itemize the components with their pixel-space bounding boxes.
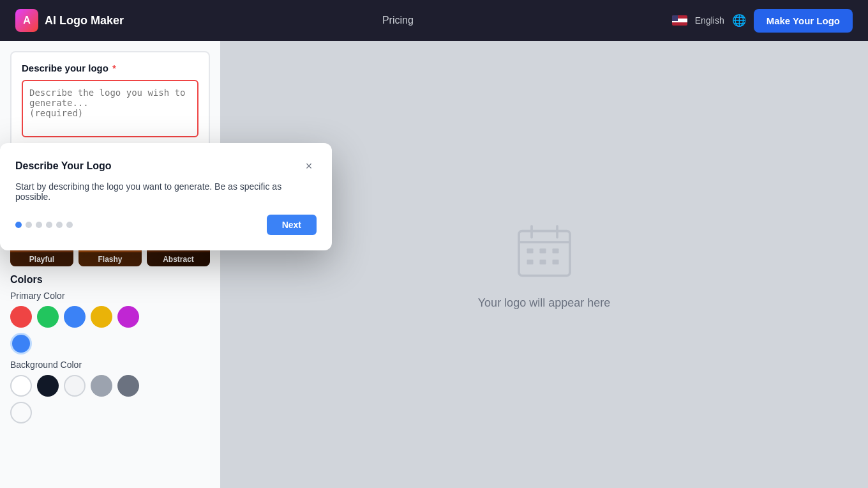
swatch-bg-gray[interactable] [91, 375, 112, 397]
dot-2 [26, 222, 32, 228]
dot-6 [66, 222, 73, 228]
main-layout: Describe your logo * Maui Minimal Maui T… [0, 41, 868, 488]
describe-card: Describe your logo * [10, 51, 210, 151]
swatch-bg-white[interactable] [10, 375, 32, 397]
describe-logo-modal: Describe Your Logo × Start by describing… [0, 143, 332, 250]
describe-textarea[interactable] [22, 80, 198, 137]
background-color-label: Background Color [10, 360, 210, 370]
modal-footer: Next [15, 215, 317, 235]
pricing-link[interactable]: Pricing [382, 15, 414, 26]
colors-section-title: Colors [10, 274, 210, 286]
calendar-icon [513, 220, 576, 284]
left-panel: Describe your logo * Maui Minimal Maui T… [0, 41, 220, 488]
dot-3 [36, 222, 42, 228]
primary-color-swatches [10, 306, 210, 328]
swatch-bg-dark-gray[interactable] [117, 375, 139, 397]
swatch-bg-light-gray[interactable] [64, 375, 86, 397]
dot-4 [46, 222, 52, 228]
modal-description: Start by describing the logo you want to… [15, 181, 317, 202]
swatch-blue[interactable] [64, 306, 86, 328]
swatch-yellow[interactable] [91, 306, 112, 328]
swatch-purple[interactable] [117, 306, 139, 328]
background-color-swatches [10, 375, 210, 397]
make-logo-button[interactable]: Make Your Logo [754, 9, 853, 33]
swatch-bg-light-white[interactable] [10, 402, 32, 423]
style-playful-label: Playful [10, 252, 73, 266]
modal-title: Describe Your Logo [15, 160, 112, 172]
language-label: English [695, 15, 724, 26]
svg-rect-8 [539, 259, 546, 264]
modal-progress-dots [15, 222, 73, 228]
style-flashy-label: Flashy [79, 252, 142, 266]
primary-color-swatches-row2 [10, 333, 210, 355]
swatch-green[interactable] [37, 306, 59, 328]
logo-placeholder-text: Your logo will appear here [478, 296, 610, 310]
header: A AI Logo Maker Pricing English 🌐 Make Y… [0, 0, 868, 41]
swatch-red[interactable] [10, 306, 32, 328]
next-button[interactable]: Next [267, 215, 317, 235]
calendar-icon-container [513, 220, 576, 286]
primary-color-label: Primary Color [10, 291, 210, 301]
dot-5 [56, 222, 63, 228]
svg-rect-9 [552, 259, 558, 264]
swatch-selected-blue[interactable] [10, 333, 32, 355]
svg-rect-5 [539, 248, 546, 254]
describe-label: Describe your logo * [22, 63, 198, 73]
svg-rect-7 [527, 259, 533, 264]
dot-1 [15, 222, 22, 228]
required-star: * [110, 63, 116, 73]
modal-header: Describe Your Logo × [15, 158, 317, 174]
app-logo-icon: A [15, 9, 38, 32]
header-nav: Pricing [382, 15, 414, 26]
header-left: A AI Logo Maker [15, 9, 124, 32]
svg-rect-4 [527, 248, 533, 254]
svg-rect-6 [552, 248, 558, 254]
style-abstract-label: Abstract [147, 252, 210, 266]
modal-close-button[interactable]: × [301, 158, 317, 174]
app-title: AI Logo Maker [45, 14, 124, 27]
header-right: English 🌐 Make Your Logo [672, 9, 853, 33]
flag-icon [672, 15, 687, 26]
right-panel: Your logo will appear here [220, 41, 868, 488]
swatch-bg-black[interactable] [37, 375, 59, 397]
globe-icon[interactable]: 🌐 [732, 13, 746, 27]
background-color-swatches-row2 [10, 402, 210, 423]
